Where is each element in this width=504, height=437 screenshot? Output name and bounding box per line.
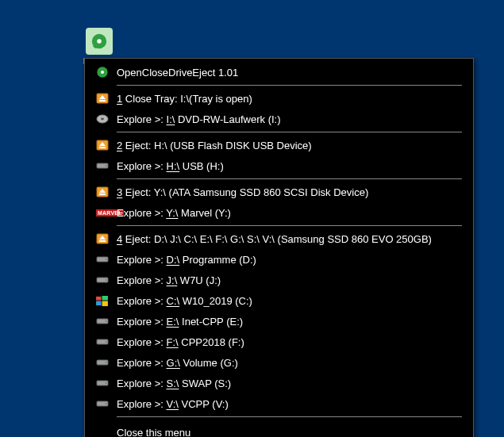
svg-rect-16 xyxy=(99,194,106,195)
eject-icon xyxy=(96,139,113,151)
explore-label: Explore >: J:\ W7U (J:) xyxy=(117,274,221,286)
menu-separator xyxy=(117,178,462,179)
svg-rect-27 xyxy=(102,301,108,306)
eject-item-3[interactable]: 4 Eject: D:\ J:\ C:\ E:\ F:\ G:\ S:\ V:\… xyxy=(85,228,473,249)
svg-rect-26 xyxy=(96,301,102,305)
drive-icon xyxy=(96,253,113,266)
svg-point-21 xyxy=(106,259,107,260)
svg-point-35 xyxy=(106,382,107,384)
eject-icon xyxy=(96,186,113,198)
explore-label: Explore >: E:\ Inet-CPP (E:) xyxy=(117,316,243,328)
drive-icon xyxy=(96,315,113,328)
explore-label: Explore >: G:\ Volume (G:) xyxy=(117,357,238,369)
svg-rect-19 xyxy=(99,240,106,242)
svg-point-33 xyxy=(106,362,107,363)
svg-rect-24 xyxy=(96,296,102,300)
explore-label: Explore >: I:\ DVD-RW-Laufwerk (I:) xyxy=(117,113,281,125)
explore-item-0-0[interactable]: Explore >: I:\ DVD-RW-Laufwerk (I:) xyxy=(85,109,473,129)
explore-item-3-2[interactable]: Explore >: C:\ W10_2019 (C:) xyxy=(85,290,473,311)
explore-label: Explore >: H:\ USB (H:) xyxy=(117,160,224,172)
explore-item-3-6[interactable]: Explore >: S:\ SWAP (S:) xyxy=(85,373,473,393)
drive-icon xyxy=(96,274,113,286)
explore-label: Explore >: F:\ CPP2018 (F:) xyxy=(117,336,244,348)
windows-icon xyxy=(96,294,113,307)
svg-point-8 xyxy=(101,118,104,121)
svg-rect-25 xyxy=(102,296,108,301)
menu-separator xyxy=(117,225,462,226)
eject-label: 1 Close Tray: I:\(Tray is open) xyxy=(117,93,252,105)
drive-icon xyxy=(96,356,113,369)
menu-title-row: OpenCloseDriveEject 1.01 xyxy=(85,62,473,82)
svg-point-13 xyxy=(106,165,107,167)
explore-item-3-0[interactable]: Explore >: D:\ Programme (D:) xyxy=(85,249,473,270)
explore-label: Explore >: Y:\ Marvel (Y:) xyxy=(117,207,231,219)
eject-icon xyxy=(96,92,113,105)
eject-label: 2 Eject: H:\ (USB Flash DISK USB Device) xyxy=(117,140,312,151)
drive-icon xyxy=(96,377,113,389)
svg-point-1 xyxy=(97,39,102,44)
explore-label: Explore >: D:\ Programme (D:) xyxy=(117,254,256,266)
drive-icon xyxy=(96,335,113,348)
eject-item-0[interactable]: 1 Close Tray: I:\(Tray is open) xyxy=(85,88,473,109)
svg-rect-6 xyxy=(99,100,106,102)
explore-item-3-4[interactable]: Explore >: F:\ CPP2018 (F:) xyxy=(85,332,473,352)
eject-label: 3 Eject: Y:\ (ATA Samsung SSD 860 SCSI D… xyxy=(117,186,368,198)
close-menu-item[interactable]: Close this menu xyxy=(85,420,473,437)
app-icon xyxy=(96,66,113,79)
explore-item-2-0[interactable]: MARVELExplore >: Y:\ Marvel (Y:) xyxy=(85,202,473,223)
explore-item-3-7[interactable]: Explore >: V:\ VCPP (V:) xyxy=(85,393,473,414)
disc-icon xyxy=(96,113,113,125)
explore-item-3-5[interactable]: Explore >: G:\ Volume (G:) xyxy=(85,352,473,373)
svg-point-37 xyxy=(106,403,107,404)
explore-item-3-1[interactable]: Explore >: J:\ W7U (J:) xyxy=(85,270,473,290)
menu-separator xyxy=(117,416,462,417)
drive-icon xyxy=(96,159,113,172)
menu-title: OpenCloseDriveEject 1.01 xyxy=(117,67,238,79)
drive-icon xyxy=(96,397,113,410)
explore-item-3-3[interactable]: Explore >: E:\ Inet-CPP (E:) xyxy=(85,311,473,332)
svg-rect-11 xyxy=(99,147,106,148)
menu-separator xyxy=(117,85,462,86)
explore-item-1-0[interactable]: Explore >: H:\ USB (H:) xyxy=(85,155,473,176)
explore-label: Explore >: C:\ W10_2019 (C:) xyxy=(117,295,252,307)
eject-context-menu: OpenCloseDriveEject 1.01 1 Close Tray: I… xyxy=(84,58,474,437)
menu-separator xyxy=(117,132,462,132)
eject-app-icon xyxy=(86,28,113,55)
svg-point-31 xyxy=(106,341,107,343)
svg-point-3 xyxy=(101,71,104,74)
explore-label: Explore >: V:\ VCPP (V:) xyxy=(117,398,229,410)
eject-item-2[interactable]: 3 Eject: Y:\ (ATA Samsung SSD 860 SCSI D… xyxy=(85,182,473,202)
close-menu-label: Close this menu xyxy=(117,427,190,438)
blank-icon xyxy=(96,426,113,437)
explore-label: Explore >: S:\ SWAP (S:) xyxy=(117,378,231,389)
svg-point-29 xyxy=(106,320,107,322)
marvel-icon: MARVEL xyxy=(96,206,113,219)
eject-item-1[interactable]: 2 Eject: H:\ (USB Flash DISK USB Device) xyxy=(85,135,473,155)
eject-label: 4 Eject: D:\ J:\ C:\ E:\ F:\ G:\ S:\ V:\… xyxy=(117,233,432,245)
svg-point-23 xyxy=(106,279,107,281)
eject-icon xyxy=(96,232,113,245)
